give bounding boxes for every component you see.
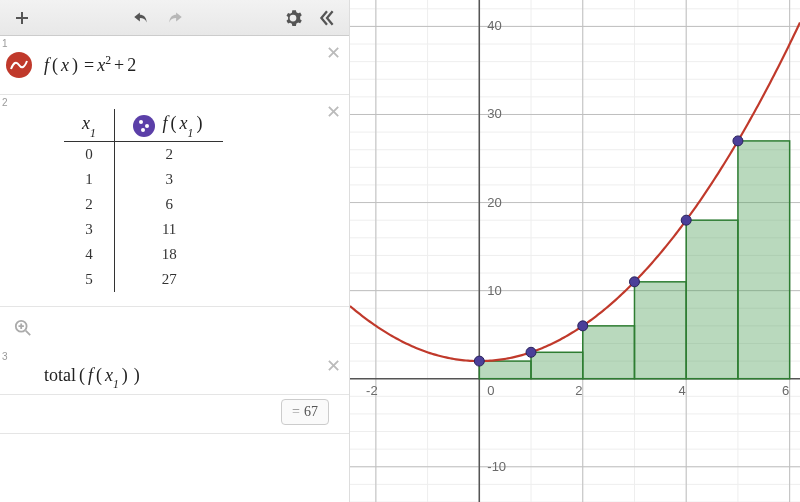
expression-list: 1 ✕ f(x)=x2+2 2 ✕ x1 f(x1) — [0, 36, 349, 502]
app-root: 1 ✕ f(x)=x2+2 2 ✕ x1 f(x1) — [0, 0, 800, 502]
collapse-sidebar-button[interactable] — [313, 4, 341, 32]
expression-index: 2 — [2, 97, 8, 108]
zoom-fit-button[interactable] — [8, 313, 38, 343]
data-point[interactable] — [474, 356, 484, 366]
cell-fx[interactable]: 27 — [114, 267, 223, 292]
expression-row[interactable]: 2 ✕ x1 f(x1) 021326311418527 — [0, 95, 349, 307]
cell-x[interactable]: 0 — [64, 141, 114, 167]
data-point[interactable] — [629, 277, 639, 287]
data-point[interactable] — [578, 321, 588, 331]
add-expression-button[interactable] — [8, 4, 36, 32]
expression-index: 1 — [2, 38, 8, 49]
expression-row[interactable]: 3 ✕ total(f(x1)) — [0, 349, 349, 396]
riemann-bar — [634, 282, 686, 379]
points-color-badge[interactable] — [133, 115, 155, 137]
data-point[interactable] — [526, 347, 536, 357]
cell-x[interactable]: 5 — [64, 267, 114, 292]
table-row[interactable]: 02 — [64, 141, 223, 167]
expression-row[interactable]: 1 ✕ f(x)=x2+2 — [0, 36, 349, 95]
table-row[interactable]: 527 — [64, 267, 223, 292]
table-row[interactable]: 311 — [64, 217, 223, 242]
result-row: =67 — [0, 395, 349, 434]
riemann-bar — [686, 220, 738, 379]
axis-tick-label: 20 — [487, 195, 501, 210]
cell-fx[interactable]: 3 — [114, 167, 223, 192]
cell-x[interactable]: 3 — [64, 217, 114, 242]
undo-button[interactable] — [127, 4, 155, 32]
data-point[interactable] — [681, 215, 691, 225]
expression-formula[interactable]: f(x)=x2+2 — [44, 54, 136, 76]
data-table[interactable]: x1 f(x1) 021326311418527 — [64, 109, 223, 292]
axis-tick-label: -10 — [487, 459, 506, 474]
table-row[interactable]: 13 — [64, 167, 223, 192]
cell-fx[interactable]: 2 — [114, 141, 223, 167]
cell-fx[interactable]: 11 — [114, 217, 223, 242]
settings-button[interactable] — [279, 4, 307, 32]
axis-tick-label: 0 — [487, 383, 494, 398]
result-badge: =67 — [281, 399, 329, 425]
axis-tick-label: 40 — [487, 18, 501, 33]
axis-tick-label: -2 — [366, 383, 378, 398]
graph-panel[interactable]: -2246-10102030400 — [350, 0, 800, 502]
cell-x[interactable]: 2 — [64, 192, 114, 217]
expression-index: 3 — [2, 351, 8, 362]
close-icon[interactable]: ✕ — [326, 44, 341, 62]
axis-tick-label: 30 — [487, 106, 501, 121]
graph-svg[interactable]: -2246-10102030400 — [350, 0, 800, 502]
riemann-bar — [531, 352, 583, 378]
cell-x[interactable]: 4 — [64, 242, 114, 267]
cell-fx[interactable]: 18 — [114, 242, 223, 267]
axis-tick-label: 2 — [575, 383, 582, 398]
sidebar: 1 ✕ f(x)=x2+2 2 ✕ x1 f(x1) — [0, 0, 350, 502]
curve-color-swatch[interactable] — [6, 52, 32, 78]
axis-tick-label: 4 — [679, 383, 686, 398]
riemann-bar — [583, 326, 635, 379]
table-header-fx: f(x1) — [114, 109, 223, 141]
cell-x[interactable]: 1 — [64, 167, 114, 192]
riemann-bar — [738, 141, 790, 379]
toolbar — [0, 0, 349, 36]
table-row[interactable]: 418 — [64, 242, 223, 267]
data-point[interactable] — [733, 136, 743, 146]
table-header-x: x1 — [64, 109, 114, 141]
riemann-bar — [479, 361, 531, 379]
redo-button[interactable] — [161, 4, 189, 32]
close-icon[interactable]: ✕ — [326, 357, 341, 375]
axis-tick-label: 6 — [782, 383, 789, 398]
axis-tick-label: 10 — [487, 283, 501, 298]
table-row[interactable]: 26 — [64, 192, 223, 217]
close-icon[interactable]: ✕ — [326, 103, 341, 121]
cell-fx[interactable]: 6 — [114, 192, 223, 217]
expression-formula[interactable]: total(f(x1)) — [44, 365, 143, 389]
